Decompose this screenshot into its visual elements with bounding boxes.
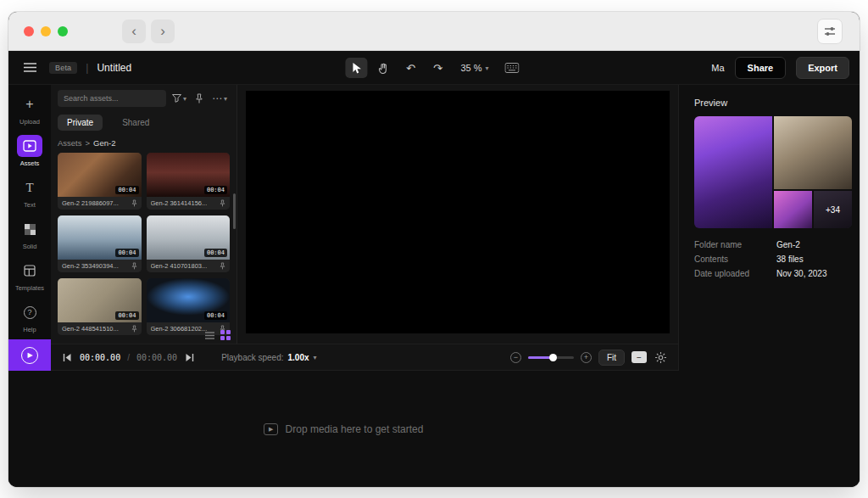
export-button[interactable]: Export [796, 57, 849, 79]
pin-icon[interactable] [220, 199, 225, 207]
timeline-drop-area[interactable]: ▶ Drop media here to get started [8, 371, 860, 487]
asset-card[interactable]: 00:04 Gen-2 448541510... [58, 278, 142, 335]
drop-hint: Drop media here to get started [286, 423, 424, 435]
time-separator: / [127, 353, 130, 362]
duration-badge: 00:04 [115, 311, 138, 320]
zoom-window-button[interactable] [58, 26, 68, 36]
search-input[interactable] [58, 90, 166, 107]
editor-app: Beta | Untitled ↶ ↷ 35 % ▾ [8, 51, 860, 487]
tab-private[interactable]: Private [58, 115, 103, 131]
collage-image [694, 116, 772, 228]
solid-checker-icon [17, 218, 42, 240]
back-button[interactable]: ‹ [122, 20, 146, 43]
slider-handle[interactable] [549, 354, 557, 361]
scrollbar-thumb[interactable] [233, 193, 236, 229]
breadcrumb[interactable]: Assets > Gen-2 [58, 138, 230, 148]
asset-card[interactable]: 00:04 Gen-2 219886097... [58, 153, 142, 210]
more-count-overlay: +34 [814, 191, 852, 228]
total-time: 00:00.00 [136, 353, 177, 362]
canvas-region [237, 85, 678, 344]
app-window: ‹ › Beta | Untitled [8, 12, 860, 487]
assets-tabs: Private Shared [58, 115, 230, 131]
chevron-down-icon: ▾ [183, 95, 186, 103]
sidebar-item-assets[interactable]: Assets [8, 135, 51, 167]
forward-button[interactable]: › [151, 20, 175, 43]
asset-name: Gen-2 410701803... [151, 262, 208, 270]
duration-badge: 00:04 [204, 311, 227, 320]
assets-panel: ▾ ⋯ ▾ Private Shared Assets > Gen-2 [51, 85, 237, 344]
browser-settings-icon[interactable] [817, 19, 843, 44]
beta-badge: Beta [49, 62, 77, 74]
sidebar-item-text[interactable]: T Text [8, 176, 51, 209]
folder-preview-collage[interactable]: +34 [694, 116, 852, 228]
sidebar-item-help[interactable]: ? Help [8, 301, 51, 333]
asset-name: Gen-2 353490394... [62, 262, 119, 270]
preview-title: Preview [694, 98, 852, 108]
minimize-window-button[interactable] [41, 26, 51, 36]
playback-speed-value: 1.00x [288, 353, 309, 362]
asset-name: Gen-2 306681202... [151, 325, 208, 333]
preview-panel: Preview +34 Folder name Gen-2 Contents 3… [678, 85, 860, 371]
undo-button[interactable]: ↶ [399, 58, 421, 78]
preview-play-button[interactable]: ▶ [8, 339, 51, 371]
title-divider: | [86, 62, 88, 74]
asset-card[interactable]: 00:04 Gen-2 353490394... [58, 215, 142, 272]
grid-view-icon[interactable] [220, 330, 231, 340]
pin-icon[interactable] [131, 199, 137, 207]
pin-button[interactable] [192, 90, 206, 107]
hand-tool-button[interactable] [372, 58, 394, 78]
timeline-zoom-slider[interactable] [528, 352, 574, 362]
collage-image [774, 116, 852, 189]
titlebar: ‹ › [8, 12, 860, 51]
media-icon: ▶ [264, 423, 278, 435]
fit-button[interactable]: Fit [598, 350, 625, 366]
asset-thumbnail: 00:04 [58, 215, 142, 260]
duration-badge: 00:04 [204, 186, 227, 194]
sidebar-item-upload[interactable]: + Upload [8, 93, 51, 126]
sidebar-item-templates[interactable]: Templates [8, 260, 51, 292]
playback-speed-label: Playback speed: [221, 353, 283, 362]
pin-icon[interactable] [220, 262, 225, 270]
tab-shared[interactable]: Shared [113, 115, 159, 131]
sidebar-item-solid[interactable]: Solid [8, 218, 51, 250]
breadcrumb-root[interactable]: Assets [58, 138, 82, 148]
redo-button[interactable]: ↷ [426, 58, 448, 78]
collage-image [774, 191, 812, 228]
duration-badge: 00:04 [115, 249, 138, 257]
asset-name: Gen-2 448541510... [62, 325, 119, 333]
close-window-button[interactable] [24, 26, 34, 36]
skip-to-end-icon[interactable] [184, 352, 196, 363]
playback-speed-dropdown[interactable]: Playback speed: 1.00x ▾ [221, 353, 316, 362]
collapse-timeline-button[interactable]: − [632, 351, 647, 363]
menu-icon[interactable] [19, 58, 41, 78]
field-label: Folder name [694, 240, 776, 249]
timeline-zoom-in-icon[interactable]: + [581, 352, 592, 363]
project-title[interactable]: Untitled [97, 62, 131, 74]
field-value: Nov 30, 2023 [776, 269, 827, 278]
tool-sidebar: + Upload Assets T Text Solid [8, 85, 51, 339]
upload-plus-icon: + [17, 93, 42, 115]
select-tool-button[interactable] [345, 58, 367, 78]
pin-icon[interactable] [131, 325, 137, 333]
avatar[interactable]: Ma [711, 63, 724, 73]
timeline-zoom-out-icon[interactable]: − [510, 352, 521, 363]
video-canvas[interactable] [246, 91, 670, 333]
asset-card[interactable]: 00:04 Gen-2 361414156... [147, 153, 231, 210]
asset-card[interactable]: 00:04 Gen-2 410701803... [147, 215, 231, 272]
timeline-settings-icon[interactable] [654, 350, 668, 365]
traffic-lights [24, 26, 68, 36]
list-view-icon[interactable] [205, 332, 214, 339]
filter-button[interactable]: ▾ [170, 90, 189, 107]
current-time: 00:00.00 [80, 353, 120, 362]
keyboard-shortcuts-icon[interactable] [501, 58, 523, 78]
asset-card[interactable]: 00:04 Gen-2 306681202... [147, 278, 231, 335]
duration-badge: 00:04 [204, 249, 227, 257]
skip-to-start-icon[interactable] [61, 352, 73, 363]
more-options-button[interactable]: ⋯ ▾ [209, 90, 230, 107]
field-value: 38 files [776, 255, 804, 264]
pin-icon[interactable] [131, 262, 137, 270]
share-button[interactable]: Share [735, 57, 787, 79]
zoom-level-dropdown[interactable]: 35 % ▾ [453, 59, 495, 76]
asset-grid: 00:04 Gen-2 219886097... 00:04 Gen-2 361… [58, 153, 230, 335]
breadcrumb-separator: > [86, 138, 91, 148]
